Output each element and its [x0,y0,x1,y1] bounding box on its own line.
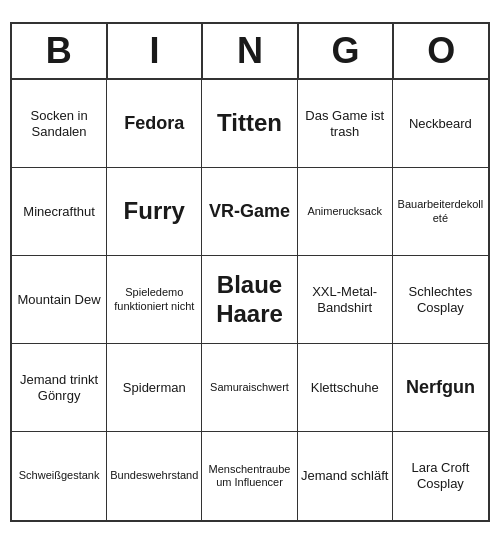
bingo-cell-0[interactable]: Socken in Sandalen [12,80,107,168]
bingo-cell-6[interactable]: Furry [107,168,202,256]
bingo-cell-7[interactable]: VR-Game [202,168,297,256]
bingo-cell-13[interactable]: XXL-Metal-Bandshirt [298,256,393,344]
bingo-cell-18[interactable]: Klettschuhe [298,344,393,432]
bingo-cell-17[interactable]: Samuraischwert [202,344,297,432]
bingo-grid: Socken in SandalenFedoraTittenDas Game i… [12,80,488,520]
bingo-cell-12[interactable]: Blaue Haare [202,256,297,344]
bingo-card: B I N G O Socken in SandalenFedoraTitten… [10,22,490,522]
bingo-cell-9[interactable]: Bauarbeiterdekolleté [393,168,488,256]
bingo-cell-3[interactable]: Das Game ist trash [298,80,393,168]
bingo-cell-4[interactable]: Neckbeard [393,80,488,168]
bingo-cell-5[interactable]: Minecrafthut [12,168,107,256]
bingo-cell-10[interactable]: Mountain Dew [12,256,107,344]
header-i: I [108,24,204,78]
bingo-cell-2[interactable]: Titten [202,80,297,168]
bingo-header: B I N G O [12,24,488,80]
bingo-cell-16[interactable]: Spiderman [107,344,202,432]
header-b: B [12,24,108,78]
bingo-cell-23[interactable]: Jemand schläft [298,432,393,520]
bingo-cell-22[interactable]: Menschentraube um Influencer [202,432,297,520]
bingo-cell-15[interactable]: Jemand trinkt Gönrgy [12,344,107,432]
bingo-cell-21[interactable]: Bundeswehrstand [107,432,202,520]
header-n: N [203,24,299,78]
bingo-cell-24[interactable]: Lara Croft Cosplay [393,432,488,520]
header-o: O [394,24,488,78]
bingo-cell-8[interactable]: Animerucksack [298,168,393,256]
bingo-cell-20[interactable]: Schweißgestank [12,432,107,520]
bingo-cell-14[interactable]: Schlechtes Cosplay [393,256,488,344]
bingo-cell-1[interactable]: Fedora [107,80,202,168]
bingo-cell-11[interactable]: Spieledemo funktioniert nicht [107,256,202,344]
bingo-cell-19[interactable]: Nerfgun [393,344,488,432]
header-g: G [299,24,395,78]
